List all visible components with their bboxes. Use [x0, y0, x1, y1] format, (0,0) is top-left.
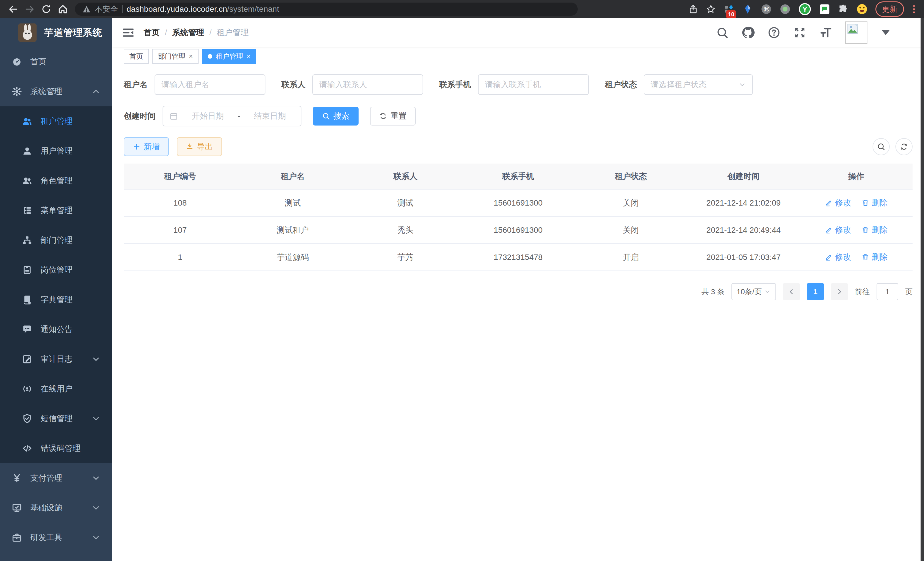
filter-status: 租户状态 请选择租户状态: [605, 74, 753, 95]
insecure-warning-icon[interactable]: [82, 5, 91, 14]
add-button[interactable]: 新增: [124, 137, 169, 156]
sidebar-item-首页[interactable]: 首页: [0, 47, 112, 77]
prev-page-button[interactable]: [783, 283, 800, 300]
breadcrumb-item[interactable]: 系统管理: [172, 27, 204, 38]
edit-pencil-icon: [825, 253, 833, 261]
date-range-picker[interactable]: 开始日期 - 结束日期: [163, 106, 302, 126]
sidebar-item-支付管理[interactable]: 支付管理: [0, 463, 112, 493]
sidebar-item-通知公告[interactable]: 通知公告: [0, 314, 112, 344]
address-bar[interactable]: 不安全 dashboard.yudao.iocoder.cn/system/te…: [75, 3, 578, 16]
sidebar-item-菜单管理[interactable]: 菜单管理: [0, 196, 112, 225]
payment-yen-icon: [11, 473, 22, 483]
sidebar-item-用户管理[interactable]: 用户管理: [0, 136, 112, 166]
sidebar-item-label: 系统管理: [30, 86, 62, 97]
cell-status: 开启: [574, 244, 687, 271]
contact-input[interactable]: [319, 80, 416, 89]
sidebar-item-审计日志[interactable]: 审计日志: [0, 344, 112, 374]
phone-input[interactable]: [485, 80, 582, 89]
extension-y-icon[interactable]: Y: [798, 3, 812, 16]
sidebar-item-短信管理[interactable]: 短信管理: [0, 404, 112, 433]
extension-emoji-icon[interactable]: [856, 3, 868, 15]
tab-close-icon[interactable]: ×: [247, 52, 250, 60]
browser-actions: 10 ⌘ Y 更新: [688, 2, 918, 17]
app-logo-row[interactable]: 芋道管理系统: [0, 18, 112, 47]
delete-row-button[interactable]: 删除: [861, 252, 888, 262]
sidebar-collapse-icon[interactable]: [122, 26, 135, 39]
avatar[interactable]: [845, 21, 867, 44]
sidebar-item-基础设施[interactable]: 基础设施: [0, 493, 112, 523]
sidebar-item-部门管理[interactable]: 部门管理: [0, 225, 112, 255]
extension-command-icon[interactable]: ⌘: [760, 3, 772, 15]
edit-label: 修改: [835, 197, 851, 208]
date-separator: -: [237, 111, 240, 121]
avatar-dropdown-icon[interactable]: [882, 30, 890, 35]
tab-首页[interactable]: 首页: [124, 49, 149, 64]
extension-chat-icon[interactable]: [819, 3, 830, 15]
font-size-icon[interactable]: [819, 26, 832, 39]
sidebar-item-label: 岗位管理: [40, 265, 73, 275]
edit-row-button[interactable]: 修改: [825, 197, 851, 208]
help-icon[interactable]: [767, 26, 781, 39]
sidebar: 芋道管理系统 首页系统管理租户管理用户管理角色管理菜单管理部门管理岗位管理字典管…: [0, 18, 112, 561]
cell-contact: 秃头: [349, 217, 462, 244]
tab-close-icon[interactable]: ×: [189, 52, 193, 60]
browser-menu-icon[interactable]: [911, 5, 916, 13]
tab-部门管理[interactable]: 部门管理×: [152, 49, 199, 64]
sidebar-item-系统管理[interactable]: 系统管理: [0, 77, 112, 106]
page-size-select[interactable]: 10条/页: [731, 283, 776, 300]
sidebar-item-研发工具[interactable]: 研发工具: [0, 523, 112, 552]
delete-row-button[interactable]: 删除: [861, 224, 888, 235]
bookmark-star-icon[interactable]: [706, 4, 716, 14]
extensions-puzzle-icon[interactable]: [838, 4, 849, 15]
sidebar-item-岗位管理[interactable]: 岗位管理: [0, 255, 112, 285]
security-label[interactable]: 不安全: [95, 4, 118, 14]
page-url[interactable]: dashboard.yudao.iocoder.cn/system/tenant: [127, 5, 279, 14]
sidebar-item-在线用户[interactable]: 在线用户: [0, 374, 112, 404]
breadcrumb-item[interactable]: 首页: [144, 27, 160, 38]
delete-row-button[interactable]: 删除: [861, 197, 888, 208]
edit-row-button[interactable]: 修改: [825, 252, 851, 262]
github-icon[interactable]: [741, 26, 755, 39]
edit-row-button[interactable]: 修改: [825, 224, 851, 235]
chrome-update-button[interactable]: 更新: [875, 2, 904, 17]
extension-badge-count: 10: [726, 10, 736, 18]
search-button[interactable]: 搜索: [313, 107, 358, 126]
phone-label: 联系手机: [439, 79, 471, 90]
chevron-down-icon: [764, 288, 771, 295]
org-chart-icon: [22, 235, 33, 245]
tab-租户管理[interactable]: 租户管理×: [202, 49, 256, 64]
sidebar-item-字典管理[interactable]: 字典管理: [0, 285, 112, 314]
fullscreen-icon[interactable]: [793, 26, 806, 39]
sidebar-item-角色管理[interactable]: 角色管理: [0, 166, 112, 196]
extension-tasks-icon[interactable]: 10: [723, 3, 735, 15]
sidebar-item-租户管理[interactable]: 租户管理: [0, 106, 112, 136]
cell-id: 1: [124, 244, 236, 271]
sms-shield-icon: [22, 414, 33, 424]
tenant-name-input[interactable]: [161, 80, 259, 89]
header-search-icon[interactable]: [716, 26, 729, 39]
browser-forward-icon[interactable]: [23, 2, 37, 16]
browser-back-icon[interactable]: [6, 2, 20, 16]
browser-reload-icon[interactable]: [39, 2, 53, 16]
edit-label: 修改: [835, 224, 851, 235]
export-button[interactable]: 导出: [177, 137, 222, 156]
share-icon[interactable]: [688, 4, 698, 14]
goto-page-input[interactable]: [877, 283, 898, 300]
cell-created: 2021-12-14 21:02:09: [687, 189, 800, 217]
url-path: /system/tenant: [227, 5, 279, 14]
page-number-1[interactable]: 1: [807, 283, 824, 300]
extension-green-dot-icon[interactable]: [779, 3, 791, 15]
filter-phone: 联系手机: [439, 74, 589, 95]
sidebar-item-错误码管理[interactable]: 错误码管理: [0, 433, 112, 463]
toggle-search-button[interactable]: [873, 138, 890, 155]
status-select[interactable]: 请选择租户状态: [644, 74, 753, 95]
refresh-table-button[interactable]: [896, 138, 913, 155]
browser-home-icon[interactable]: [56, 2, 70, 16]
tenant-users-icon: [22, 116, 33, 126]
sidebar-item-label: 角色管理: [40, 175, 73, 186]
extension-kite-icon[interactable]: [742, 4, 753, 15]
reset-button[interactable]: 重置: [370, 107, 416, 126]
cell-name: 测试租户: [236, 217, 349, 244]
breadcrumb-separator: /: [165, 28, 167, 37]
next-page-button[interactable]: [831, 283, 848, 300]
